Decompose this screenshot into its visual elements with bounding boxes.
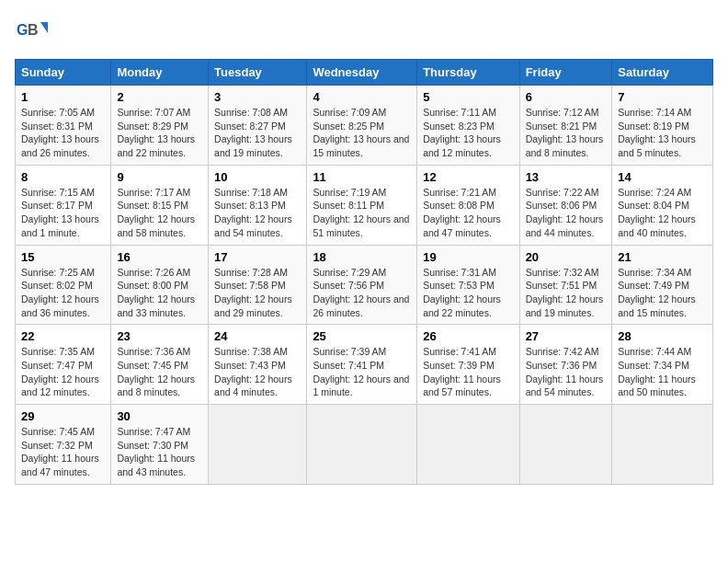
daylight-text: Daylight: 13 hours and 5 minutes. [618, 133, 696, 158]
daylight-text: Daylight: 13 hours and 19 minutes. [214, 133, 292, 158]
sunrise-text: Sunrise: 7:21 AM [423, 187, 496, 198]
calendar-week-3: 15 Sunrise: 7:25 AM Sunset: 8:02 PM Dayl… [16, 245, 713, 325]
day-number: 20 [526, 250, 607, 264]
col-friday: Friday [519, 60, 612, 86]
sunset-text: Sunset: 7:41 PM [313, 360, 384, 371]
day-cell-8: 8 Sunrise: 7:15 AM Sunset: 8:17 PM Dayli… [16, 165, 111, 245]
day-number: 29 [21, 409, 105, 423]
sunrise-text: Sunrise: 7:47 AM [117, 426, 190, 437]
sunrise-text: Sunrise: 7:32 AM [526, 267, 599, 278]
empty-cell [417, 405, 519, 485]
page-header: G B [15, 15, 713, 48]
daylight-text: Daylight: 12 hours and 8 minutes. [117, 373, 195, 398]
day-number: 15 [21, 250, 105, 264]
sunset-text: Sunset: 7:53 PM [423, 280, 495, 291]
daylight-text: Daylight: 11 hours and 43 minutes. [117, 453, 195, 477]
day-number: 24 [214, 329, 301, 343]
sunrise-text: Sunrise: 7:31 AM [423, 267, 496, 278]
col-sunday: Sunday [16, 60, 111, 86]
day-number: 21 [618, 250, 707, 264]
empty-cell [307, 405, 417, 485]
daylight-text: Daylight: 12 hours and 33 minutes. [117, 293, 195, 318]
daylight-text: Daylight: 13 hours and 1 minute. [21, 213, 99, 238]
day-number: 23 [117, 329, 202, 343]
sunset-text: Sunset: 8:23 PM [423, 121, 495, 132]
col-tuesday: Tuesday [209, 60, 307, 86]
empty-cell [519, 405, 612, 485]
sunrise-text: Sunrise: 7:41 AM [423, 346, 496, 357]
sunrise-text: Sunrise: 7:22 AM [526, 187, 599, 198]
sunrise-text: Sunrise: 7:18 AM [214, 187, 288, 198]
sunrise-text: Sunrise: 7:15 AM [21, 187, 95, 198]
day-number: 30 [117, 409, 202, 423]
empty-cell [612, 405, 713, 485]
day-cell-18: 18 Sunrise: 7:29 AM Sunset: 7:56 PM Dayl… [307, 245, 417, 325]
daylight-text: Daylight: 13 hours and 12 minutes. [423, 133, 501, 158]
day-number: 12 [423, 170, 513, 184]
day-number: 26 [423, 329, 513, 343]
sunset-text: Sunset: 8:00 PM [117, 280, 188, 291]
sunset-text: Sunset: 7:32 PM [21, 440, 93, 451]
calendar-table: Sunday Monday Tuesday Wednesday Thursday… [15, 59, 713, 485]
sunset-text: Sunset: 7:47 PM [21, 360, 93, 371]
sunset-text: Sunset: 7:51 PM [526, 280, 597, 291]
sunset-text: Sunset: 8:04 PM [618, 200, 689, 211]
col-thursday: Thursday [417, 60, 519, 86]
sunset-text: Sunset: 8:13 PM [214, 200, 286, 211]
sunrise-text: Sunrise: 7:28 AM [214, 267, 288, 278]
day-cell-9: 9 Sunrise: 7:17 AM Sunset: 8:15 PM Dayli… [111, 165, 209, 245]
daylight-text: Daylight: 11 hours and 57 minutes. [423, 373, 501, 398]
daylight-text: Daylight: 13 hours and 15 minutes. [313, 133, 409, 158]
daylight-text: Daylight: 12 hours and 58 minutes. [117, 213, 195, 238]
sunset-text: Sunset: 7:58 PM [214, 280, 286, 291]
calendar-week-1: 1 Sunrise: 7:05 AM Sunset: 8:31 PM Dayli… [16, 86, 713, 166]
calendar-week-4: 22 Sunrise: 7:35 AM Sunset: 7:47 PM Dayl… [16, 325, 713, 405]
day-number: 22 [21, 329, 105, 343]
sunrise-text: Sunrise: 7:35 AM [21, 346, 95, 357]
sunrise-text: Sunrise: 7:26 AM [117, 267, 190, 278]
day-cell-30: 30 Sunrise: 7:47 AM Sunset: 7:30 PM Dayl… [111, 405, 209, 485]
sunrise-text: Sunrise: 7:12 AM [526, 107, 599, 118]
header-row: Sunday Monday Tuesday Wednesday Thursday… [16, 60, 713, 86]
day-cell-1: 1 Sunrise: 7:05 AM Sunset: 8:31 PM Dayli… [16, 86, 111, 166]
calendar-week-5: 29 Sunrise: 7:45 AM Sunset: 7:32 PM Dayl… [16, 405, 713, 485]
sunrise-text: Sunrise: 7:05 AM [21, 107, 95, 118]
day-cell-25: 25 Sunrise: 7:39 AM Sunset: 7:41 PM Dayl… [307, 325, 417, 405]
day-number: 9 [117, 170, 202, 184]
sunrise-text: Sunrise: 7:45 AM [21, 426, 95, 437]
day-number: 28 [618, 329, 707, 343]
day-cell-15: 15 Sunrise: 7:25 AM Sunset: 8:02 PM Dayl… [16, 245, 111, 325]
sunset-text: Sunset: 8:17 PM [21, 200, 93, 211]
day-number: 5 [423, 90, 513, 104]
sunset-text: Sunset: 8:27 PM [214, 121, 286, 132]
daylight-text: Daylight: 12 hours and 4 minutes. [214, 373, 292, 398]
day-cell-26: 26 Sunrise: 7:41 AM Sunset: 7:39 PM Dayl… [417, 325, 519, 405]
sunset-text: Sunset: 8:29 PM [117, 121, 188, 132]
daylight-text: Daylight: 12 hours and 15 minutes. [618, 293, 696, 318]
day-number: 16 [117, 250, 202, 264]
day-cell-10: 10 Sunrise: 7:18 AM Sunset: 8:13 PM Dayl… [209, 165, 307, 245]
logo: G B [15, 15, 51, 48]
day-number: 8 [21, 170, 105, 184]
day-number: 4 [313, 90, 411, 104]
day-number: 18 [313, 250, 411, 264]
sunset-text: Sunset: 8:11 PM [313, 200, 384, 211]
sunset-text: Sunset: 8:06 PM [526, 200, 597, 211]
daylight-text: Daylight: 12 hours and 1 minute. [313, 373, 409, 398]
daylight-text: Daylight: 11 hours and 54 minutes. [526, 373, 604, 398]
sunset-text: Sunset: 7:45 PM [117, 360, 188, 371]
day-cell-3: 3 Sunrise: 7:08 AM Sunset: 8:27 PM Dayli… [209, 86, 307, 166]
daylight-text: Daylight: 12 hours and 54 minutes. [214, 213, 292, 238]
day-cell-2: 2 Sunrise: 7:07 AM Sunset: 8:29 PM Dayli… [111, 86, 209, 166]
daylight-text: Daylight: 13 hours and 8 minutes. [526, 133, 604, 158]
sunset-text: Sunset: 7:49 PM [618, 280, 689, 291]
sunset-text: Sunset: 7:34 PM [618, 360, 689, 371]
day-number: 27 [526, 329, 607, 343]
day-number: 7 [618, 90, 707, 104]
day-number: 11 [313, 170, 411, 184]
day-number: 6 [526, 90, 607, 104]
sunrise-text: Sunrise: 7:19 AM [313, 187, 386, 198]
day-cell-24: 24 Sunrise: 7:38 AM Sunset: 7:43 PM Dayl… [209, 325, 307, 405]
sunset-text: Sunset: 7:30 PM [117, 440, 188, 451]
daylight-text: Daylight: 12 hours and 26 minutes. [313, 293, 409, 318]
